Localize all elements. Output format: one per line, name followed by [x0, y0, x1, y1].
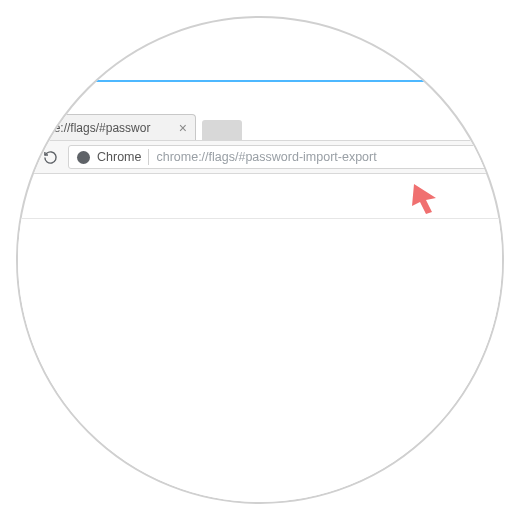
annotation-arrow-icon: [408, 180, 444, 216]
url-text: chrome://flags/#password-import-export: [156, 150, 376, 164]
browser-window: ne://flags/#passwor × Chrome chrome://fl…: [16, 80, 504, 504]
browser-toolbar: Chrome chrome://flags/#password-import-e…: [16, 140, 504, 174]
new-tab-button[interactable]: [202, 120, 242, 140]
circular-viewport: ne://flags/#passwor × Chrome chrome://fl…: [16, 16, 504, 504]
reload-icon[interactable]: [42, 149, 58, 165]
page-content: [16, 218, 504, 504]
address-bar[interactable]: Chrome chrome://flags/#password-import-e…: [68, 145, 504, 169]
security-label: Chrome: [97, 150, 141, 164]
content-divider: [16, 218, 504, 219]
chrome-icon: [77, 151, 90, 164]
active-tab[interactable]: ne://flags/#passwor ×: [36, 114, 196, 140]
tab-title: ne://flags/#passwor: [47, 121, 173, 135]
tab-strip: ne://flags/#passwor ×: [16, 112, 504, 140]
close-icon[interactable]: ×: [179, 121, 187, 135]
omnibox-divider: [148, 149, 149, 165]
window-accent-bar: [16, 80, 504, 82]
svg-marker-0: [412, 184, 436, 214]
